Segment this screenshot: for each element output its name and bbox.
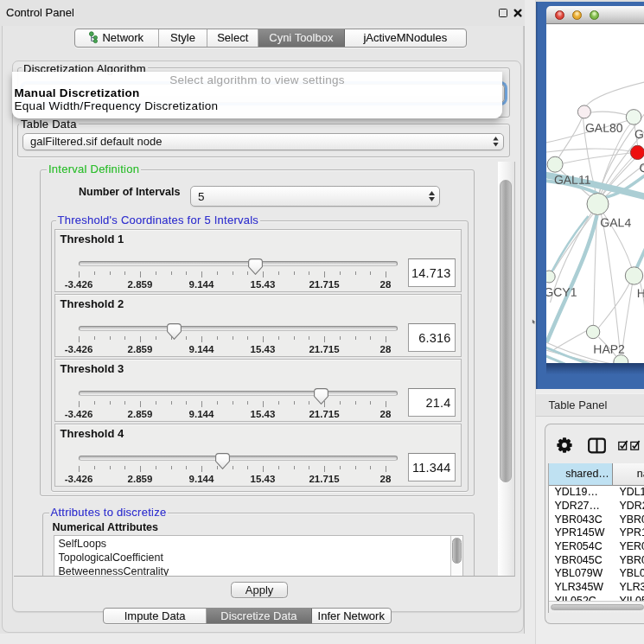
- slider-tick: [186, 401, 187, 405]
- slider-tick: [386, 466, 386, 472]
- slider-tick: [201, 466, 202, 472]
- tab-label: Style: [170, 31, 195, 44]
- checkbox-checked-icon[interactable]: [630, 440, 641, 450]
- slider-thumb[interactable]: [248, 258, 263, 275]
- slider-tick: [156, 271, 156, 275]
- attributes-list-scrollbar[interactable]: [450, 536, 463, 577]
- slider-tick: [247, 336, 248, 340]
- float-icon[interactable]: [499, 9, 507, 17]
- tab-discretize-data[interactable]: Discretize Data: [207, 609, 311, 624]
- slider-scale-label: 28: [380, 409, 392, 419]
- table-data-combo[interactable]: galFiltered.sif default node: [22, 133, 504, 150]
- table-row[interactable]: YDL19…YDL19…: [549, 486, 644, 500]
- network-node-label: GA: [634, 127, 644, 141]
- threshold-value-field[interactable]: 21.4: [408, 388, 456, 417]
- algorithm-popup-hint[interactable]: Select algorithm to view settings: [12, 73, 502, 86]
- slider-track[interactable]: [79, 391, 398, 396]
- minimize-light-yellow-icon[interactable]: [572, 10, 583, 21]
- tab-infer-network[interactable]: Infer Network: [312, 609, 391, 624]
- numerical-attributes-list[interactable]: SelfLoopsTopologicalCoefficientBetweenne…: [54, 535, 463, 577]
- tab-label: Discretize Data: [220, 609, 296, 622]
- column-header-shared-name[interactable]: shared…: [549, 463, 613, 486]
- network-node[interactable]: [547, 156, 563, 172]
- network-node[interactable]: [630, 145, 644, 159]
- network-node[interactable]: [577, 105, 590, 118]
- tab-label: Infer Network: [318, 609, 385, 622]
- network-canvas[interactable]: GAL80GACGAL11GAL4GCY1HHAP2: [546, 24, 644, 363]
- column-header-name[interactable]: name: [613, 463, 644, 486]
- slider-thumb[interactable]: [215, 453, 230, 469]
- checkbox-checked-icon[interactable]: [618, 440, 628, 450]
- slider-tick: [370, 271, 371, 275]
- cell-shared-name: YLR345W: [549, 581, 613, 595]
- cell-shared-name: YBR045C: [549, 554, 613, 568]
- attribute-list-item[interactable]: SelfLoops: [54, 537, 450, 551]
- network-node[interactable]: [625, 267, 642, 284]
- slider-tick: [386, 271, 386, 277]
- network-window-titlebar[interactable]: [546, 6, 644, 24]
- slider-tick: [233, 466, 233, 469]
- close-light-red-icon[interactable]: [555, 10, 565, 21]
- network-node[interactable]: [587, 194, 609, 215]
- table-data-combo-value: galFiltered.sif default node: [23, 135, 488, 148]
- table-hscrollbar[interactable]: [549, 601, 644, 614]
- close-icon[interactable]: [513, 9, 523, 18]
- network-icon: [89, 31, 99, 44]
- slider-tick: [370, 401, 371, 405]
- cell-name: YER054C: [613, 540, 644, 554]
- tab-jactivemnodules[interactable]: jActiveMNodules: [345, 29, 466, 47]
- tab-select[interactable]: Select: [207, 29, 258, 47]
- tab-network[interactable]: Network: [75, 29, 159, 47]
- algorithm-popup-item[interactable]: Equal Width/Frequency Discretization: [12, 99, 502, 112]
- slider-tick: [171, 466, 172, 469]
- slider-tick: [110, 271, 111, 275]
- slider-tick: [201, 401, 202, 407]
- slider-tick: [263, 401, 264, 407]
- apply-button[interactable]: Apply: [231, 582, 289, 598]
- tab-impute-data[interactable]: Impute Data: [104, 609, 207, 624]
- tab-cyni-toolbox[interactable]: Cyni Toolbox: [258, 29, 345, 47]
- table-row[interactable]: YBL079WYBL079W: [549, 567, 644, 581]
- threshold-label: Threshold 1: [61, 233, 124, 245]
- slider-thumb[interactable]: [167, 323, 182, 340]
- table-row[interactable]: YPR145WYPR145W: [549, 526, 644, 540]
- network-node[interactable]: [546, 271, 555, 283]
- slider-track[interactable]: [79, 456, 398, 461]
- threshold-value-field[interactable]: 11.344: [408, 453, 456, 481]
- zoom-light-green-icon[interactable]: [590, 10, 600, 21]
- table-row[interactable]: YER054CYER054C: [549, 540, 644, 554]
- slider-thumb[interactable]: [314, 388, 328, 405]
- network-view-window: GAL80GACGAL11GAL4GCY1HHAP2: [546, 6, 644, 363]
- slider-track[interactable]: [79, 261, 398, 266]
- slider-tick: [156, 401, 156, 405]
- network-node[interactable]: [626, 110, 641, 125]
- slider-tick: [186, 271, 187, 275]
- table-row[interactable]: YBR043CYBR043C: [549, 513, 644, 527]
- node-table: shared… name YDL19…YDL19…YDR27…YDR27…YBR…: [548, 463, 644, 614]
- cell-shared-name: YBL079W: [549, 567, 613, 581]
- gear-icon[interactable]: [557, 437, 572, 453]
- threshold-value-field[interactable]: 6.316: [408, 323, 456, 352]
- cell-shared-name: YDL19…: [549, 486, 613, 500]
- table-row[interactable]: YLR345WYLR345W: [549, 581, 644, 595]
- threshold-value-field[interactable]: 14.713: [408, 258, 456, 287]
- columns-icon[interactable]: [588, 437, 606, 454]
- slider-scale-label: -3.426: [65, 344, 93, 354]
- attribute-list-item[interactable]: TopologicalCoefficient: [54, 551, 450, 564]
- settings-viewport: Interval Definition Number of Intervals …: [14, 162, 499, 577]
- scrollbar-thumb[interactable]: [452, 538, 462, 564]
- scrollbar-thumb[interactable]: [500, 180, 512, 482]
- attribute-list-item[interactable]: BetweennessCentrality: [54, 564, 450, 577]
- network-node[interactable]: [586, 325, 599, 338]
- settings-scrollbar[interactable]: [498, 162, 514, 577]
- tab-style[interactable]: Style: [159, 29, 208, 47]
- slider-scale-label: 15.43: [251, 344, 276, 354]
- slider-tick: [386, 401, 386, 407]
- table-row[interactable]: YBR045CYBR045C: [549, 554, 644, 568]
- slider-track[interactable]: [79, 326, 398, 331]
- scrollbar-thumb[interactable]: [551, 604, 644, 610]
- table-row[interactable]: YDR27…YDR27…: [549, 500, 644, 513]
- algorithm-popup-item[interactable]: Manual Discretization: [12, 86, 502, 99]
- number-of-intervals-combo[interactable]: 5: [190, 186, 440, 207]
- network-node-label: GAL4: [600, 215, 631, 229]
